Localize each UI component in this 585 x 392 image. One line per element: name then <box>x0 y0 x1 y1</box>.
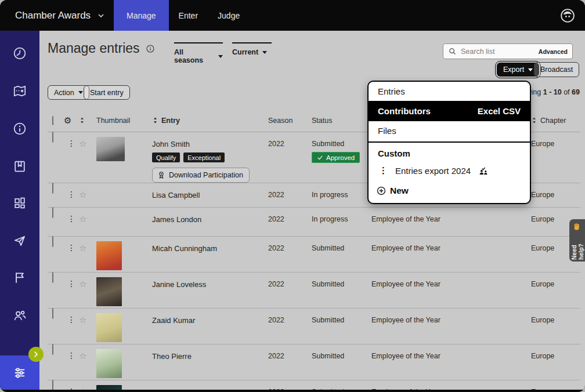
row-checkbox[interactable] <box>52 344 53 355</box>
advanced-search-link[interactable]: Advanced <box>539 48 568 55</box>
entry-thumbnail[interactable] <box>96 385 122 390</box>
entry-season: 2022 <box>268 308 312 324</box>
page-title: Manage entries <box>48 41 155 56</box>
row-star-icon[interactable]: ☆ <box>79 380 96 390</box>
start-entry-button[interactable]: Start entry <box>84 85 130 100</box>
table-row[interactable]: ⋮ ☆ Theo Pierre 2022 Submitted Employee … <box>48 344 580 380</box>
select-all-checkbox[interactable] <box>52 116 53 125</box>
sidebar-item-bookmark[interactable] <box>0 155 39 178</box>
row-checkbox[interactable] <box>52 132 53 143</box>
entry-thumbnail[interactable] <box>96 349 122 378</box>
seasons-filter[interactable]: All seasons <box>174 42 223 64</box>
tab-manage[interactable]: Manage <box>114 0 169 31</box>
entry-name[interactable]: Lisa Campbell <box>152 191 268 199</box>
entry-chapter: Europe <box>531 183 580 199</box>
tab-enter[interactable]: Enter <box>169 0 208 31</box>
sidebar-expand-button[interactable] <box>28 347 44 362</box>
entry-name[interactable]: James London <box>152 215 268 224</box>
entry-chapter: Europe <box>531 344 580 360</box>
row-kebab-menu-icon[interactable]: ⋮ <box>64 132 79 148</box>
row-checkbox[interactable] <box>52 207 53 218</box>
row-checkbox[interactable] <box>52 380 53 390</box>
search-box: Advanced <box>443 43 573 59</box>
row-star-icon[interactable]: ☆ <box>79 273 96 289</box>
table-row[interactable]: ⋮ ☆ Stuart Entrant 2022 Submitted Employ… <box>48 380 580 390</box>
row-kebab-menu-icon[interactable]: ⋮ <box>64 183 79 199</box>
sort-icon[interactable] <box>79 117 96 124</box>
row-checkbox[interactable] <box>52 272 53 283</box>
table-row[interactable]: ⋮ ☆ Micah Cunningham 2022 Submitted Empl… <box>48 237 580 273</box>
entry-name[interactable]: Stuart Entrant <box>152 388 268 390</box>
column-settings-gear-icon[interactable]: ⚙ <box>64 115 79 126</box>
sidebar-item-info[interactable] <box>0 117 39 140</box>
row-star-icon[interactable]: ☆ <box>79 237 96 253</box>
entry-name[interactable]: John Smith <box>152 140 268 148</box>
search-input[interactable] <box>461 48 539 56</box>
info-tooltip-icon[interactable] <box>146 44 155 53</box>
column-header-season[interactable]: Season <box>268 117 312 125</box>
sidebar-item-users[interactable] <box>0 304 39 327</box>
table-row[interactable]: ⋮ ☆ James London 2022 In progress Employ… <box>48 208 580 237</box>
kebab-menu-icon[interactable]: ⋮ <box>379 165 388 176</box>
entry-thumbnail[interactable] <box>96 241 122 270</box>
user-avatar-icon[interactable] <box>559 8 576 24</box>
entry-name[interactable]: Zaaid Kumar <box>152 316 268 325</box>
export-dropdown-menu: Entries Contributors Excel CSV Files Cus… <box>367 81 531 204</box>
entry-season: 2022 <box>268 132 312 148</box>
sidebar-item-dashboard[interactable] <box>0 191 39 215</box>
entry-status: Submitted <box>312 316 371 324</box>
download-participation-button[interactable]: Download Participation <box>152 168 250 183</box>
entry-category: Employee of the Year <box>371 237 531 252</box>
menu-item-files[interactable]: Files <box>369 121 530 140</box>
menu-item-contributors[interactable]: Contributors Excel CSV <box>369 101 530 121</box>
entry-name[interactable]: Theo Pierre <box>152 352 268 361</box>
row-kebab-menu-icon[interactable]: ⋮ <box>64 273 79 288</box>
column-header-status[interactable]: Status <box>312 117 371 125</box>
entry-category: Employee of the Year <box>371 273 531 288</box>
table-row[interactable]: ⋮ ☆ Janine Loveless 2022 Submitted Emplo… <box>48 273 580 308</box>
need-help-tab[interactable]: Need help? <box>569 219 585 262</box>
entry-name[interactable]: Janine Loveless <box>152 280 268 289</box>
action-button[interactable]: Action <box>48 85 89 100</box>
entry-name[interactable]: Micah Cunningham <box>152 244 268 253</box>
current-filter[interactable]: Current <box>232 42 272 56</box>
menu-item-entries[interactable]: Entries <box>369 82 530 101</box>
row-checkbox[interactable] <box>52 183 53 194</box>
entry-thumbnail[interactable] <box>96 137 125 161</box>
row-star-icon[interactable]: ☆ <box>79 183 96 200</box>
row-star-icon[interactable]: ☆ <box>79 208 96 224</box>
broadcast-button[interactable]: Broadcast <box>534 62 579 77</box>
entry-category: Employee of the Year <box>371 344 531 360</box>
entry-status: Submitted <box>312 280 371 288</box>
entry-thumbnail[interactable] <box>96 313 122 342</box>
table-row[interactable]: ⋮ ☆ Zaaid Kumar 2022 Submitted Employee … <box>48 308 580 344</box>
row-kebab-menu-icon[interactable]: ⋮ <box>64 237 79 252</box>
check-icon <box>317 154 323 161</box>
row-kebab-menu-icon[interactable]: ⋮ <box>64 380 79 390</box>
row-kebab-menu-icon[interactable]: ⋮ <box>64 308 79 324</box>
entry-thumbnail[interactable] <box>96 277 122 306</box>
menu-item-custom-export[interactable]: ⋮ Entries export 2024 <box>369 161 530 180</box>
row-kebab-menu-icon[interactable]: ⋮ <box>64 344 79 360</box>
row-star-icon[interactable]: ☆ <box>79 308 96 325</box>
row-checkbox[interactable] <box>52 308 53 319</box>
export-format-options[interactable]: Excel CSV <box>478 106 521 116</box>
tab-judge[interactable]: Judge <box>208 0 250 31</box>
sidebar-item-clock[interactable] <box>0 42 39 65</box>
row-star-icon[interactable]: ☆ <box>79 344 96 361</box>
entry-chapter: Europe <box>531 308 580 324</box>
column-header-thumbnail[interactable]: Thumbnail <box>96 117 152 125</box>
row-star-icon[interactable]: ☆ <box>79 132 96 149</box>
entry-status: Submitted <box>312 352 371 360</box>
row-checkbox[interactable] <box>52 236 53 247</box>
sidebar-item-flag[interactable] <box>0 266 39 289</box>
sidebar-item-send[interactable] <box>0 229 39 252</box>
column-header-chapter[interactable]: Chapter <box>531 117 580 125</box>
brand-switcher[interactable]: Chamber Awards <box>0 0 114 31</box>
sidebar-item-map[interactable] <box>0 79 39 103</box>
row-kebab-menu-icon[interactable]: ⋮ <box>64 208 79 223</box>
export-button[interactable]: Export <box>497 63 539 77</box>
column-header-entry[interactable]: Entry <box>152 117 268 125</box>
menu-item-new[interactable]: New <box>369 180 530 201</box>
shared-users-check-icon <box>478 166 489 176</box>
